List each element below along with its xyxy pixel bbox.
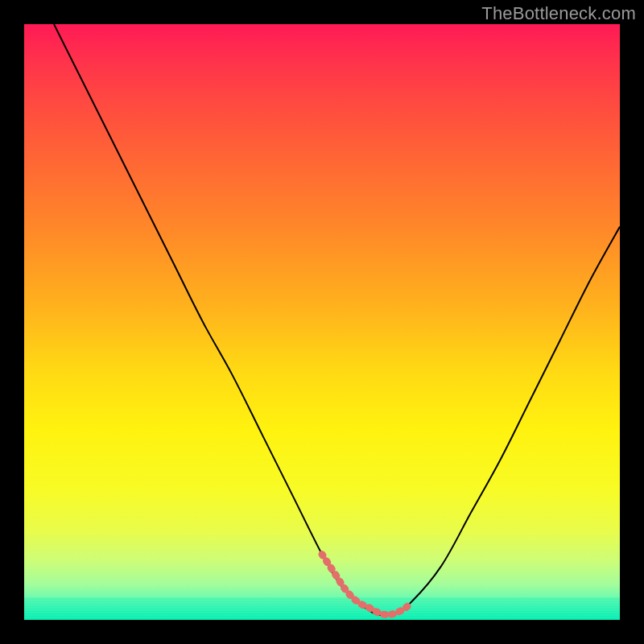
plot-area: [24, 24, 620, 620]
watermark-text: TheBottleneck.com: [481, 3, 636, 24]
chart-frame: TheBottleneck.com: [0, 0, 644, 644]
bottleneck-curve: [54, 24, 620, 616]
optimal-band-marker: [322, 555, 411, 615]
curve-layer: [24, 24, 620, 620]
